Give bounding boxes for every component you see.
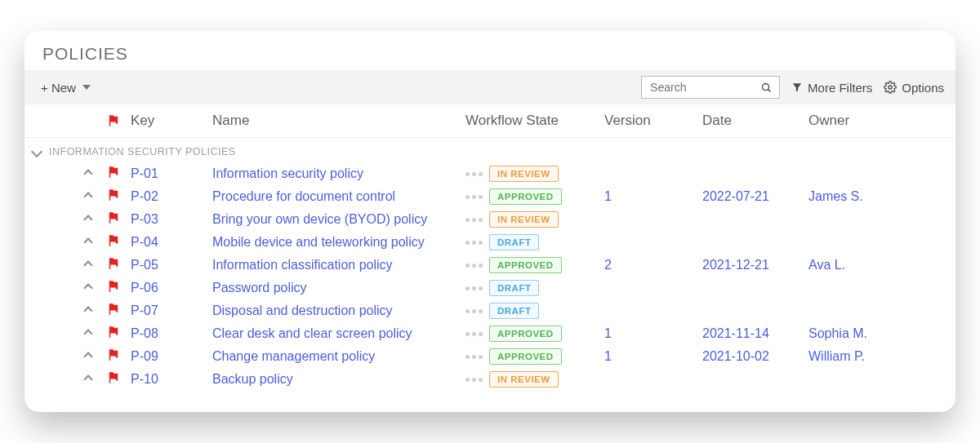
options-label: Options: [902, 81, 944, 95]
chevron-up-icon[interactable]: [83, 237, 92, 246]
flag-cell[interactable]: [106, 325, 131, 343]
flag-cell[interactable]: [106, 370, 131, 388]
svg-point-2: [889, 86, 892, 89]
column-flag[interactable]: [106, 113, 131, 129]
search-box[interactable]: [641, 76, 780, 99]
status-badge: DRAFT: [489, 234, 539, 250]
more-icon[interactable]: [466, 172, 483, 176]
policy-owner[interactable]: James S.: [808, 189, 915, 204]
flag-cell[interactable]: [106, 279, 131, 297]
group-header[interactable]: INFORMATION SECURITY POLICIES: [24, 138, 956, 162]
more-filters-label: More Filters: [808, 81, 872, 95]
table-row[interactable]: P-01 Information security policy IN REVI…: [24, 162, 956, 185]
chevron-up-icon[interactable]: [83, 374, 92, 383]
policy-name[interactable]: Change management policy: [212, 349, 466, 364]
policy-date[interactable]: 2022-07-21: [702, 189, 808, 204]
column-key[interactable]: Key: [131, 113, 212, 129]
policy-key[interactable]: P-05: [131, 258, 212, 272]
column-headers: Key Name Workflow State Version Date Own…: [24, 104, 956, 138]
policy-key[interactable]: P-03: [131, 212, 212, 227]
flag-cell[interactable]: [106, 188, 131, 206]
flag-cell[interactable]: [106, 233, 131, 251]
more-icon[interactable]: [466, 195, 483, 199]
policy-key[interactable]: P-02: [131, 189, 212, 204]
state-cell: DRAFT: [466, 303, 604, 319]
table-row[interactable]: P-08 Clear desk and clear screen policy …: [24, 322, 956, 345]
chevron-up-icon[interactable]: [83, 283, 92, 292]
table-row[interactable]: P-02 Procedure for document control APPR…: [24, 185, 956, 208]
policy-key[interactable]: P-04: [131, 235, 212, 250]
flag-cell[interactable]: [106, 256, 131, 274]
flag-icon: [106, 256, 121, 271]
new-button[interactable]: + New: [36, 78, 96, 98]
chevron-up-icon[interactable]: [83, 306, 92, 315]
flag-cell[interactable]: [106, 348, 131, 365]
more-icon[interactable]: [466, 332, 483, 336]
column-date[interactable]: Date: [702, 113, 808, 129]
policy-name[interactable]: Information classification policy: [212, 258, 466, 272]
policy-name[interactable]: Information security policy: [212, 166, 466, 181]
search-icon[interactable]: [760, 82, 773, 94]
chevron-up-icon[interactable]: [83, 352, 92, 361]
policy-name[interactable]: Procedure for document control: [212, 189, 466, 204]
policy-name[interactable]: Clear desk and clear screen policy: [212, 326, 466, 341]
policy-key[interactable]: P-09: [131, 349, 212, 364]
table-row[interactable]: P-10 Backup policy IN REVIEW: [24, 368, 956, 391]
policy-owner[interactable]: William P.: [808, 349, 915, 364]
column-owner[interactable]: Owner: [808, 113, 915, 129]
policy-date[interactable]: 2021-11-14: [702, 326, 808, 341]
policy-version[interactable]: 1: [604, 349, 702, 364]
policy-key[interactable]: P-06: [131, 281, 212, 295]
state-cell: DRAFT: [466, 280, 604, 296]
table-row[interactable]: P-06 Password policy DRAFT: [24, 277, 956, 299]
policy-version[interactable]: 1: [604, 326, 702, 341]
status-badge: DRAFT: [489, 303, 539, 319]
more-icon[interactable]: [466, 264, 483, 268]
flag-icon: [106, 165, 121, 179]
column-name[interactable]: Name: [212, 113, 466, 129]
policy-name[interactable]: Bring your own device (BYOD) policy: [212, 212, 466, 227]
state-cell: APPROVED: [466, 326, 604, 342]
chevron-up-icon[interactable]: [83, 329, 92, 338]
policy-key[interactable]: P-08: [131, 326, 212, 341]
policy-key[interactable]: P-10: [131, 372, 212, 387]
more-icon[interactable]: [466, 218, 483, 222]
table-row[interactable]: P-03 Bring your own device (BYOD) policy…: [24, 208, 956, 231]
options-button[interactable]: Options: [884, 81, 944, 95]
chevron-up-icon[interactable]: [83, 169, 92, 178]
table-row[interactable]: P-07 Disposal and destruction policy DRA…: [24, 299, 956, 322]
policy-name[interactable]: Backup policy: [212, 372, 466, 387]
policy-date[interactable]: 2021-10-02: [702, 349, 808, 364]
search-input[interactable]: [648, 80, 746, 95]
more-icon[interactable]: [466, 355, 483, 359]
more-icon[interactable]: [466, 378, 483, 382]
policy-date[interactable]: 2021-12-21: [702, 258, 808, 272]
policy-key[interactable]: P-07: [131, 303, 212, 318]
flag-cell[interactable]: [106, 302, 131, 320]
policy-version[interactable]: 1: [604, 189, 702, 204]
chevron-up-icon[interactable]: [83, 215, 92, 224]
policy-owner[interactable]: Ava L.: [808, 258, 915, 272]
policy-owner[interactable]: Sophia M.: [808, 326, 915, 341]
policy-name[interactable]: Mobile device and teleworking policy: [212, 235, 466, 250]
rows-container: P-01 Information security policy IN REVI…: [24, 162, 956, 391]
table-row[interactable]: P-05 Information classification policy A…: [24, 254, 956, 277]
more-filters-button[interactable]: More Filters: [791, 81, 872, 95]
policy-key[interactable]: P-01: [131, 166, 212, 181]
table-row[interactable]: P-04 Mobile device and teleworking polic…: [24, 231, 956, 254]
state-cell: IN REVIEW: [466, 166, 604, 182]
table-row[interactable]: P-09 Change management policy APPROVED 1…: [24, 345, 956, 368]
flag-cell[interactable]: [106, 165, 131, 183]
flag-cell[interactable]: [106, 210, 131, 228]
chevron-up-icon[interactable]: [83, 260, 92, 269]
policy-name[interactable]: Password policy: [212, 281, 466, 295]
more-icon[interactable]: [466, 241, 483, 245]
chevron-up-icon[interactable]: [83, 192, 92, 201]
column-version[interactable]: Version: [604, 113, 702, 129]
status-badge: APPROVED: [489, 257, 562, 273]
more-icon[interactable]: [466, 309, 483, 313]
policy-name[interactable]: Disposal and destruction policy: [212, 303, 466, 318]
column-state[interactable]: Workflow State: [466, 113, 604, 129]
more-icon[interactable]: [466, 286, 483, 290]
policy-version[interactable]: 2: [604, 258, 702, 272]
